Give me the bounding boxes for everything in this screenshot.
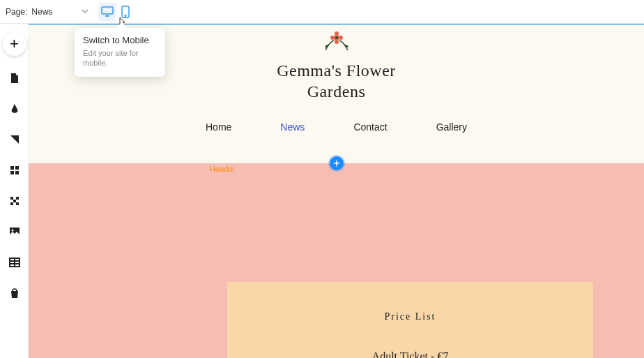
- desktop-icon: [101, 6, 114, 17]
- site-title[interactable]: Gemma's Flower Gardens: [277, 60, 396, 102]
- svg-point-16: [11, 230, 13, 232]
- tooltip-title: Switch to Mobile: [83, 35, 157, 45]
- header-label: Header: [210, 165, 235, 173]
- media-button[interactable]: [5, 222, 24, 241]
- image-icon: [9, 226, 20, 237]
- nav-gallery[interactable]: Gallery: [436, 121, 467, 133]
- price-list-box[interactable]: Price List Adult Ticket - €7: [227, 282, 593, 358]
- mobile-tooltip: Switch to Mobile Edit your site for mobi…: [75, 28, 165, 77]
- page-section[interactable]: Header Price List Adult Ticket - €7: [29, 163, 644, 358]
- svg-point-24: [339, 36, 343, 40]
- svg-point-4: [125, 15, 127, 16]
- svg-point-25: [335, 40, 339, 44]
- sparkle-icon: [332, 159, 341, 167]
- tooltip-subtitle: Edit your site for mobile.: [83, 48, 157, 68]
- svg-point-22: [335, 31, 339, 36]
- site-nav: Home News Contact Gallery: [206, 121, 467, 133]
- svg-rect-6: [10, 166, 14, 170]
- flower-icon: [321, 29, 352, 53]
- svg-rect-10: [10, 197, 13, 200]
- top-toolbar: Page: News: [0, 0, 644, 24]
- nav-home[interactable]: Home: [206, 121, 231, 133]
- paint-icon: [9, 103, 20, 114]
- svg-point-26: [335, 36, 338, 39]
- puzzle-icon: [9, 195, 20, 207]
- site-title-line2: Gardens: [277, 81, 396, 102]
- page-dropdown-value: News: [31, 7, 52, 17]
- addons-button[interactable]: [5, 191, 24, 211]
- store-button[interactable]: [5, 283, 24, 303]
- table-icon: [9, 257, 20, 268]
- contrast-icon: [9, 134, 20, 145]
- svg-rect-9: [15, 171, 19, 174]
- svg-rect-12: [10, 202, 13, 205]
- theme-button[interactable]: [5, 130, 24, 149]
- svg-rect-0: [102, 7, 113, 14]
- data-button[interactable]: [5, 253, 24, 272]
- mobile-view-button[interactable]: [116, 3, 135, 21]
- svg-rect-14: [13, 200, 16, 202]
- viewport-switcher: [98, 3, 135, 21]
- pages-button[interactable]: [5, 68, 24, 88]
- add-section-handle[interactable]: [330, 156, 344, 170]
- svg-rect-7: [15, 166, 19, 170]
- nav-contact[interactable]: Contact: [353, 121, 387, 133]
- svg-rect-11: [16, 197, 19, 200]
- page-label: Page:: [6, 7, 27, 17]
- apps-button[interactable]: [5, 161, 24, 180]
- page-icon: [9, 73, 20, 84]
- chevron-down-icon: [82, 7, 89, 17]
- site-logo[interactable]: [321, 29, 352, 56]
- mobile-icon: [121, 6, 130, 18]
- add-element-button[interactable]: +: [3, 32, 26, 56]
- price-list-item: Adult Ticket - €7: [227, 350, 593, 358]
- nav-news[interactable]: News: [280, 121, 305, 133]
- left-sidebar: +: [1, 24, 29, 358]
- svg-point-23: [330, 36, 335, 40]
- page-dropdown[interactable]: News: [29, 6, 91, 18]
- svg-rect-13: [16, 202, 19, 205]
- price-list-title: Price List: [227, 311, 593, 322]
- design-button[interactable]: [5, 99, 24, 119]
- site-title-line1: Gemma's Flower: [277, 60, 396, 81]
- bag-icon: [9, 288, 20, 299]
- grid-icon: [9, 165, 20, 176]
- svg-rect-8: [10, 171, 14, 174]
- desktop-view-button[interactable]: [98, 3, 116, 21]
